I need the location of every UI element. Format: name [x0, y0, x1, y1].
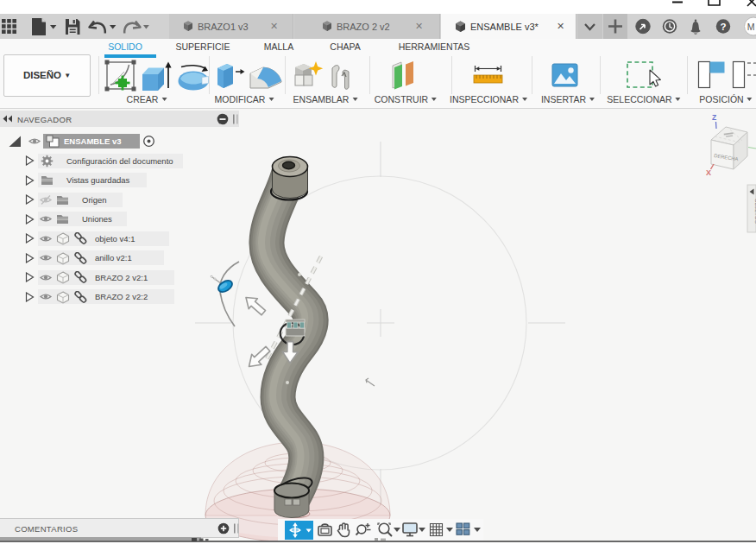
svg-text:X: X	[706, 168, 711, 177]
svg-text:M: M	[747, 22, 755, 32]
svg-text:?: ?	[720, 22, 726, 32]
svg-text:Z: Z	[712, 113, 716, 122]
